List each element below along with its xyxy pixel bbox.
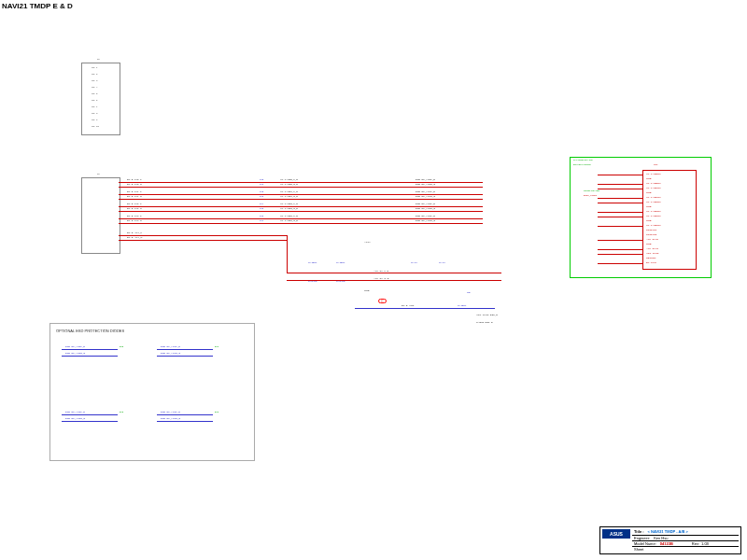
net: ESD_DP_ML3P_E bbox=[416, 215, 435, 217]
res: R* 100K bbox=[336, 261, 345, 264]
conn-pin: CONFIG1 bbox=[646, 229, 656, 231]
note: CONN USAGE bbox=[584, 189, 599, 192]
bus-lane2n bbox=[119, 211, 483, 212]
net-label: DP_E_TX0_P bbox=[127, 178, 142, 181]
pin: NC_1 bbox=[92, 66, 97, 69]
cwire bbox=[598, 249, 642, 250]
cap: C*4 bbox=[260, 203, 263, 205]
title-block: ASUS Title : < NAVI21 TMDP - A/B > Engin… bbox=[599, 526, 741, 554]
net: DP_E_HPD bbox=[402, 304, 414, 307]
conn-ref: CN* bbox=[654, 163, 658, 166]
net: ML_LANE1_P_E bbox=[280, 190, 298, 193]
conn-pin: GND bbox=[646, 243, 652, 245]
pin: NC_6 bbox=[92, 99, 97, 102]
bus-lane3n bbox=[119, 223, 483, 224]
w bbox=[157, 414, 213, 415]
chip-b-ref: U* bbox=[97, 173, 100, 175]
net: CABLE_DET_E bbox=[476, 321, 493, 324]
conn-pin: ML_LANE1(p) bbox=[646, 187, 661, 189]
conn-pin: AUX_CH(p) bbox=[646, 238, 658, 241]
tb-model-v: 04123B bbox=[660, 541, 673, 546]
conn-pin: ML_LANE3(n) bbox=[646, 224, 661, 227]
brand-logo: ASUS bbox=[602, 529, 630, 539]
w bbox=[62, 414, 118, 415]
pwr: +3.3V bbox=[364, 241, 371, 244]
net: ESD_DP_ML0P_E bbox=[416, 178, 435, 181]
diode: D*3 bbox=[215, 411, 218, 413]
pin: NC_2 bbox=[92, 73, 97, 76]
conn-pin: RETURN bbox=[646, 257, 655, 259]
page-title: NAVI21 TMDP E & D bbox=[2, 2, 73, 10]
pin: NC_10 bbox=[92, 125, 99, 128]
res: R* 100K bbox=[458, 304, 466, 307]
chip-a: U* bbox=[81, 63, 120, 135]
net: ML_LANE3_N_E bbox=[280, 219, 298, 222]
net: ESD_DP_ML2N_E bbox=[65, 417, 85, 420]
pin: NC_3 bbox=[92, 79, 97, 82]
conn-pin: GND bbox=[646, 177, 652, 180]
w bbox=[62, 349, 118, 350]
conn-pin: AUX_CH(n) bbox=[646, 247, 658, 250]
bus-lane0n bbox=[119, 187, 483, 188]
cwire bbox=[598, 212, 642, 213]
cwire bbox=[598, 203, 642, 203]
conn-pin: GND bbox=[646, 219, 652, 222]
w bbox=[62, 356, 118, 357]
cap: C*5 bbox=[260, 207, 263, 210]
conn-pin: ML_LANE3(p) bbox=[646, 215, 661, 217]
net-label: DP_E_TX3_N bbox=[127, 219, 142, 222]
cwire bbox=[598, 240, 642, 241]
net: ESD_DP_ML0P_E bbox=[65, 345, 85, 348]
net-label: DP_E_TX1_N bbox=[127, 195, 142, 198]
cwire bbox=[598, 263, 642, 264]
net: HOT_PLUG_DET_E bbox=[476, 314, 498, 316]
net: ESD_DP_ML3N_E bbox=[416, 219, 435, 222]
net: ESD_DP_ML1P_E bbox=[416, 190, 435, 193]
cwire bbox=[598, 198, 642, 199]
cap: C*3 bbox=[260, 195, 263, 198]
pin: NC_5 bbox=[92, 92, 97, 95]
net: ML_LANE2_N_E bbox=[280, 207, 298, 210]
net: ML_LANE0_P_E bbox=[280, 178, 298, 181]
net: ML_LANE0_N_E bbox=[280, 183, 298, 186]
net-label: DP_E_TX0_N bbox=[127, 183, 142, 186]
net-label: DP_E_TX1_P bbox=[127, 190, 142, 193]
w bbox=[157, 349, 213, 350]
aux-n-wire bbox=[119, 240, 287, 241]
tb-sheet: Sheet bbox=[634, 547, 643, 552]
conn-pin: GND bbox=[646, 191, 652, 194]
net: ESD_DP_ML3P_E bbox=[161, 411, 180, 413]
conn-pin: ML_LANE0(n) bbox=[646, 182, 661, 185]
cap: C*6 bbox=[260, 215, 263, 217]
note: DISP_PORT bbox=[584, 194, 597, 197]
net: ML_LANE2_P_E bbox=[280, 203, 298, 205]
tb-eng-l: Engineer: bbox=[634, 536, 650, 540]
hpd-diode: D* bbox=[378, 299, 387, 303]
pin: NC_8 bbox=[92, 112, 97, 115]
conn-pin: GND bbox=[646, 205, 652, 208]
aux-bus-r bbox=[287, 273, 501, 273]
pin: NC_7 bbox=[92, 105, 97, 108]
w bbox=[62, 421, 118, 422]
cwire bbox=[598, 184, 642, 185]
net: ESD_DP_ML2P_E bbox=[65, 411, 85, 413]
w bbox=[157, 421, 213, 422]
gnd: GND bbox=[364, 289, 370, 292]
net: ESD_DP_ML1N_E bbox=[416, 195, 435, 198]
net: ESD_DP_ML2N_E bbox=[416, 207, 435, 210]
chip-a-ref: U* bbox=[97, 58, 100, 61]
net: ESD_DP_ML0N_E bbox=[416, 183, 435, 186]
bus-lane1n bbox=[119, 199, 483, 200]
note: DP/HDMI CONN bbox=[573, 163, 591, 166]
net: DP_E_AUX_P bbox=[127, 231, 142, 234]
net: ESD_DP_ML1P_E bbox=[161, 345, 180, 348]
diode: D*0 bbox=[120, 345, 123, 348]
ferrite: FB* bbox=[467, 291, 471, 294]
esd-title: OPTIONAL ESD PROTECTION DIODES bbox=[56, 329, 124, 333]
net-label: DP_E_TX2_N bbox=[127, 207, 142, 210]
res: R* 1M bbox=[411, 261, 417, 264]
tb-rev-v: 1.03 bbox=[701, 541, 709, 546]
net-label: DP_E_TX2_P bbox=[127, 203, 142, 205]
aux-p-wire bbox=[119, 235, 287, 236]
conn-pin: ML_LANE1(n) bbox=[646, 196, 661, 199]
